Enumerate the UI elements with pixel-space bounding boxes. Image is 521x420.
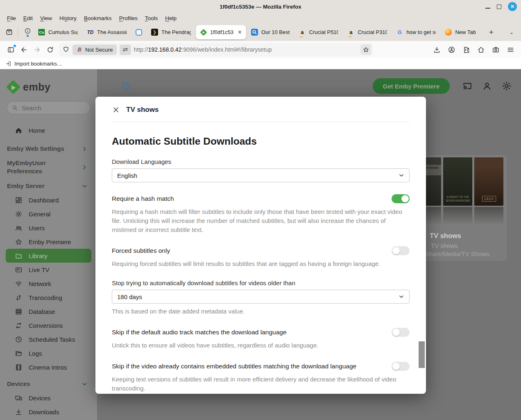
tab-assassin[interactable]: TDThe Assassina [83, 25, 131, 39]
get-emby-premiere-button[interactable]: Get Emby Premiere [373, 78, 450, 94]
download-icon [15, 408, 23, 416]
tab-close-icon[interactable]: ✕ [238, 29, 242, 35]
tab-pendragon[interactable]: ❯The Pendrag [147, 25, 195, 39]
sidebar: emby Search HomeEmby Web SettingsMyEmbyU… [0, 69, 97, 420]
divider [112, 122, 410, 122]
poster-reflection [474, 207, 503, 225]
firefox-view-button[interactable] [3, 27, 15, 38]
menu-profiles[interactable]: Profiles [116, 14, 141, 23]
search-placeholder: Search [22, 104, 41, 111]
forward-button[interactable] [30, 43, 43, 56]
minimize-button[interactable] [485, 8, 490, 9]
tab-cumulus[interactable]: CuCumulus Sup [34, 25, 82, 39]
url-bar[interactable]: Not Secure http://192.168.0.42:9096/web/… [59, 43, 373, 56]
sidebar-item-transcoding[interactable]: Transcoding [0, 291, 97, 304]
navigation-toolbar: Not Secure http://192.168.0.42:9096/web/… [0, 41, 521, 58]
menu-file[interactable]: File [3, 14, 20, 23]
sidebar-item-live-tv[interactable]: Live TV [0, 263, 97, 277]
sidebar-item-cinema-intros[interactable]: Cinema Intros [0, 360, 97, 374]
list-all-tabs-button[interactable]: ⌄ [505, 30, 518, 35]
skip-embedded-subtitles-toggle[interactable] [392, 362, 410, 371]
sidebar-item-users[interactable]: Users [0, 221, 97, 235]
chevron-right-icon [82, 165, 87, 170]
sidebar-item-network[interactable]: Network [0, 277, 97, 291]
sidebar-item-home[interactable]: Home [0, 123, 97, 137]
tab-emby[interactable]: 1f0df1c53✕ [196, 25, 246, 39]
menu-view[interactable]: View [36, 14, 56, 23]
tab-new-tab[interactable]: New Tab [441, 25, 480, 39]
skip-default-audio-match-toggle[interactable] [392, 328, 410, 337]
not-secure-badge[interactable]: Not Secure [72, 45, 117, 55]
sidebar-item-general[interactable]: General [0, 207, 97, 221]
transcode-icon [15, 294, 23, 302]
screenshot-button[interactable] [489, 43, 502, 56]
tab-crucial-p310[interactable]: a‿Crucial P310 [343, 25, 391, 39]
tab-blue-square[interactable] [131, 25, 146, 39]
search-input[interactable]: Search [7, 101, 91, 114]
tab-crucial-p510[interactable]: a‿Crucial P510 [294, 25, 342, 39]
close-button[interactable]: ✕ [508, 2, 517, 11]
not-secure-label: Not Secure [85, 47, 113, 53]
menu-tools[interactable]: Tools [141, 14, 162, 23]
menu-history[interactable]: History [56, 14, 80, 23]
cast-button[interactable] [462, 81, 473, 91]
url-text[interactable]: http://192.168.0.42:9096/web/index.html#… [134, 46, 272, 53]
reload-button[interactable] [43, 43, 57, 56]
forced-subtitles-only-toggle[interactable] [392, 246, 410, 255]
sidebar-item-scheduled-tasks[interactable]: Scheduled Tasks [0, 332, 97, 346]
reload-icon [46, 46, 54, 54]
help-button[interactable]: ? [121, 81, 131, 91]
sidebar-item-dashboard[interactable]: Dashboard [0, 193, 97, 207]
permissions-button[interactable] [120, 45, 131, 55]
window-title: 1f0df1c5353e — Mozilla Firefox [220, 4, 301, 10]
shield-icon[interactable] [62, 46, 70, 53]
home-icon [477, 46, 485, 54]
tab-our-10-best[interactable]: Our 10 Best [247, 25, 294, 39]
sidebar-item-library[interactable]: Library [6, 249, 91, 263]
sidebar-section-emby-server[interactable]: Emby Server [0, 179, 97, 193]
download-languages-select[interactable]: English [112, 168, 410, 182]
bookmark-star-button[interactable] [360, 44, 371, 55]
star-icon [15, 238, 23, 246]
new-tab-button[interactable]: + [484, 28, 498, 37]
scrollbar-thumb[interactable] [419, 341, 425, 368]
google-favicon: G [396, 29, 403, 36]
tab-how-to-get[interactable]: Ghow to get su [392, 25, 440, 39]
sidebar-item-database[interactable]: Database [0, 304, 97, 318]
sidebar-section-devices-section[interactable]: Devices [0, 377, 97, 391]
sidebar-icon [7, 46, 15, 54]
pinned-tab[interactable] [21, 25, 34, 39]
extensions-button[interactable] [460, 43, 473, 56]
sidebar-item-emby-premiere[interactable]: Emby Premiere [0, 235, 97, 249]
user-button[interactable] [482, 81, 492, 91]
import-bookmarks-bar[interactable]: Import bookmarks… [0, 58, 521, 69]
sidebar-toggle-button[interactable] [4, 43, 17, 56]
stop-trying-older-than-select[interactable]: 180 days [112, 290, 410, 304]
require-hash-match-description: Requiring a hash match will filter subti… [112, 207, 410, 234]
sidebar-item-logs[interactable]: Logs [0, 346, 97, 360]
menu-edit[interactable]: Edit [20, 14, 36, 23]
sidebar-item-conversions[interactable]: Conversions [0, 318, 97, 332]
browser-chrome: 1f0df1c5353e — Mozilla Firefox ✕ FileEdi… [0, 0, 521, 41]
skip-embedded-subtitles-label: Skip if the video already contains embed… [112, 363, 356, 370]
emby-logo[interactable]: emby [8, 80, 97, 94]
modal-close-button[interactable] [112, 106, 120, 114]
sidebar-item-downloads[interactable]: Downloads [0, 405, 97, 419]
sidebar-section-emby-web-settings[interactable]: Emby Web Settings [0, 142, 97, 156]
back-arrow-icon [20, 46, 28, 54]
sidebar-section-myembyuser-preferences[interactable]: MyEmbyUser Preferences [0, 159, 97, 175]
sidebar-item-devices[interactable]: Devices [0, 391, 97, 405]
account-button[interactable] [445, 43, 458, 56]
maximize-button[interactable] [497, 5, 501, 9]
menu-bookmarks[interactable]: Bookmarks [80, 14, 116, 23]
back-button[interactable] [17, 43, 30, 56]
lock-slash-icon [76, 46, 83, 53]
app-menu-button[interactable] [504, 43, 517, 56]
downloads-button[interactable] [430, 43, 443, 56]
download-tray-icon [433, 46, 441, 54]
home-button[interactable] [474, 43, 487, 56]
require-hash-match-toggle[interactable] [392, 194, 410, 203]
settings-button[interactable] [501, 81, 512, 91]
notification-dot [14, 45, 16, 47]
menu-help[interactable]: Help [161, 14, 180, 23]
